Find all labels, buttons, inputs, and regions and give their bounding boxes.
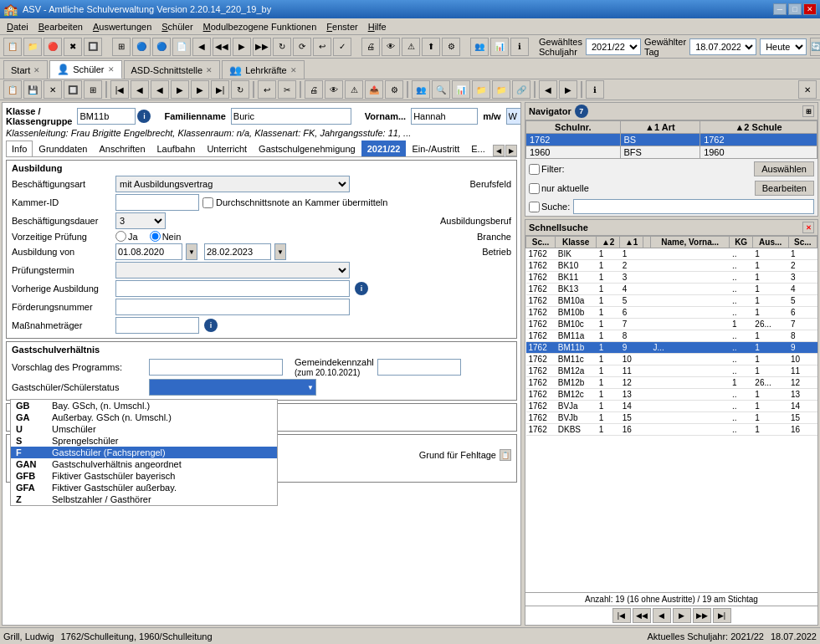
dropdown-item-u[interactable]: UUmschüler xyxy=(11,423,277,435)
massnahme-info-btn[interactable]: i xyxy=(204,319,218,332)
ss-nav-next[interactable]: ▶ xyxy=(673,608,691,623)
mw-input[interactable] xyxy=(506,108,521,125)
menu-datei[interactable]: Datei xyxy=(2,20,33,33)
nuraktuelle-checkbox[interactable] xyxy=(529,183,540,194)
ss-col-1[interactable]: ▲1 xyxy=(620,237,643,248)
tb2-btn5[interactable]: ⊞ xyxy=(84,80,102,99)
toolbar-btn-10[interactable]: ◀ xyxy=(192,38,211,56)
tb2-btn7[interactable]: ◀ xyxy=(131,80,149,99)
ss-row-5[interactable]: 1762BM10b16..16 xyxy=(526,307,817,319)
tb2-btn17[interactable]: ⚠ xyxy=(345,80,363,99)
ss-row-13[interactable]: 1762BVJa114..114 xyxy=(526,401,817,412)
sub-tab-more[interactable]: E... xyxy=(465,141,491,156)
tb2-btn22[interactable]: 📊 xyxy=(452,80,470,99)
sub-tab-anschriften[interactable]: Anschriften xyxy=(93,141,151,156)
durchschnittsnote-checkbox[interactable] xyxy=(202,197,213,208)
vorherige-info-btn[interactable]: i xyxy=(355,282,368,295)
suche-input[interactable] xyxy=(573,199,814,214)
nav-row-1762[interactable]: 1762 BS 1762 xyxy=(526,134,817,146)
tb2-btn9[interactable]: ▶ xyxy=(171,80,189,99)
tb2-btn-close[interactable]: ✕ xyxy=(798,80,817,99)
klasse-info-btn[interactable]: i xyxy=(137,110,151,123)
schuljahr-select[interactable]: 2021/22 xyxy=(586,38,641,55)
maximize-button[interactable]: □ xyxy=(788,3,802,15)
foerderungsnummer-input[interactable] xyxy=(115,299,350,315)
toolbar-btn-25[interactable]: ℹ xyxy=(510,38,529,56)
vorname-input[interactable] xyxy=(411,108,478,125)
toolbar-btn-4[interactable]: ✖ xyxy=(64,38,82,56)
toolbar-btn-7[interactable]: 🔵 xyxy=(132,38,151,56)
bearbeiten-btn[interactable]: Bearbeiten xyxy=(755,181,814,196)
ss-row-11[interactable]: 1762BM12b112126...12 xyxy=(526,377,817,389)
fehltage-btn[interactable]: 📋 xyxy=(500,449,511,461)
tb2-btn4[interactable]: 🔲 xyxy=(64,80,82,99)
tab-start[interactable]: Start ✕ xyxy=(3,60,48,79)
nuraktuelle-label[interactable]: nur aktuelle xyxy=(529,183,589,194)
toolbar-btn-9[interactable]: 📄 xyxy=(172,38,191,56)
tab-start-close[interactable]: ✕ xyxy=(33,66,40,74)
ss-nav-prev[interactable]: ◀ xyxy=(653,608,671,623)
dropdown-item-gb[interactable]: GBBay. GSch, (n. Umschl.) xyxy=(11,400,277,411)
pruefungstermin-select[interactable] xyxy=(115,262,350,279)
navigator-expand-btn[interactable]: ⊞ xyxy=(802,105,814,117)
tab-lehrkraefte[interactable]: 👥 Lehrkräfte ✕ xyxy=(222,60,305,79)
toolbar-btn-16[interactable]: ↩ xyxy=(313,38,331,56)
tb2-btn20[interactable]: 👥 xyxy=(412,80,430,99)
toolbar-btn-6[interactable]: ⊞ xyxy=(112,38,131,56)
tab-asd-close[interactable]: ✕ xyxy=(206,66,213,74)
ausbildung-bis-btn[interactable]: ▼ xyxy=(274,243,286,260)
tb2-btn24[interactable]: 📁 xyxy=(492,80,510,99)
tab-asd[interactable]: ASD-Schnittstelle ✕ xyxy=(124,60,221,79)
tb2-btn10[interactable]: ▶ xyxy=(191,80,209,99)
toolbar-btn-18[interactable]: 🖨 xyxy=(361,38,380,56)
toolbar-btn-5[interactable]: 🔲 xyxy=(84,38,102,56)
tb2-btn23[interactable]: 📁 xyxy=(472,80,490,99)
sub-tab-unterricht[interactable]: Unterricht xyxy=(201,141,253,156)
tb2-btn19[interactable]: ⚙ xyxy=(385,80,403,99)
filter-label[interactable]: Filter: xyxy=(529,164,565,175)
tb2-btn12[interactable]: ↻ xyxy=(231,80,249,99)
ss-row-2[interactable]: 1762BK1113..13 xyxy=(526,272,817,284)
ausbildung-von-btn[interactable]: ▼ xyxy=(186,243,197,260)
close-button[interactable]: ✕ xyxy=(803,3,817,15)
menu-schueler[interactable]: Schüler xyxy=(156,20,197,33)
sub-tab-info[interactable]: Info xyxy=(6,141,33,156)
radio-nein-label[interactable]: Nein xyxy=(150,231,182,242)
toolbar-btn-24[interactable]: 📊 xyxy=(490,38,509,56)
ausbildung-bis-input[interactable] xyxy=(204,243,271,260)
sub-tab-gastschul[interactable]: Gastschulgenehmigung xyxy=(253,141,361,156)
toolbar-btn-8[interactable]: 🔵 xyxy=(152,38,171,56)
beschaeftigungsart-select[interactable]: mit Ausbildungsvertrag xyxy=(115,176,350,192)
ss-nav-last[interactable]: ▶| xyxy=(713,608,731,623)
massnahmetraeger-input[interactable] xyxy=(115,317,199,334)
ss-col-2[interactable]: ▲2 xyxy=(597,237,620,248)
nav-col-schule[interactable]: ▲2 Schule xyxy=(700,121,817,134)
tb2-btn13[interactable]: ↩ xyxy=(258,80,276,99)
refresh-btn[interactable]: 🔄 xyxy=(810,38,820,56)
tb2-btn28[interactable]: ℹ xyxy=(586,80,604,99)
ss-col-scn[interactable]: Sc... xyxy=(788,237,817,248)
menu-hilfe[interactable]: Hilfe xyxy=(363,20,392,33)
sub-tab-prev[interactable]: ◀ xyxy=(493,145,505,156)
familienname-input[interactable] xyxy=(231,108,351,125)
durchschnittsnote-label[interactable]: Durchschnittsnote an Kammer übermitteln xyxy=(202,197,387,208)
toolbar-btn-21[interactable]: ⬆ xyxy=(422,38,440,56)
tb2-btn27[interactable]: ▶ xyxy=(559,80,577,99)
ss-row-0[interactable]: 1762BIK11..11 xyxy=(526,248,817,260)
ausbildung-von-input[interactable] xyxy=(115,243,182,260)
toolbar-btn-15[interactable]: ⟳ xyxy=(293,38,311,56)
gemeindekennzahl-input[interactable] xyxy=(377,359,461,376)
dropdown-item-s[interactable]: SSprengelschüler xyxy=(11,435,277,447)
ss-row-10[interactable]: 1762BM12a111..111 xyxy=(526,365,817,377)
tb2-btn6[interactable]: |◀ xyxy=(110,80,129,99)
ss-row-6[interactable]: 1762BM10c17126...7 xyxy=(526,319,817,330)
ss-row-9[interactable]: 1762BM11c110..110 xyxy=(526,354,817,365)
toolbar-btn-20[interactable]: ⚠ xyxy=(402,38,420,56)
radio-nein[interactable] xyxy=(150,231,161,242)
gastschueler-status-combo[interactable]: ▼ xyxy=(149,379,316,396)
sub-tab-year[interactable]: 2021/22 xyxy=(361,141,407,156)
ss-col-sc[interactable]: Sc... xyxy=(526,237,556,248)
dropdown-item-z[interactable]: ZSelbstzahler / Gasthörer xyxy=(11,493,277,505)
ss-row-3[interactable]: 1762BK1314..14 xyxy=(526,284,817,295)
toolbar-btn-11[interactable]: ◀◀ xyxy=(213,38,231,56)
